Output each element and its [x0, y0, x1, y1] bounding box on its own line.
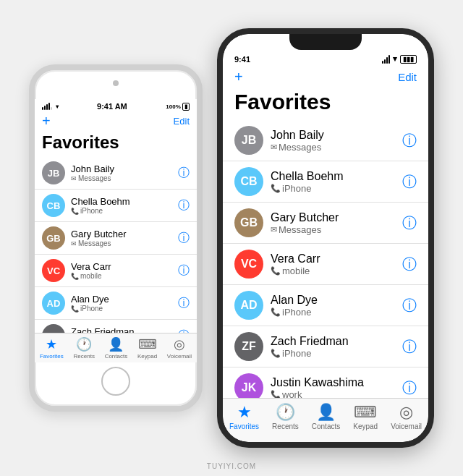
message-icon: ✉	[271, 143, 277, 152]
battery-icon-new: ▮▮▮	[400, 55, 417, 64]
contact-name: Justin Kawashima	[271, 376, 395, 389]
page-title-new: Favorites	[223, 87, 428, 120]
avatar: JB	[42, 161, 65, 184]
tab-label: Favorites	[229, 422, 259, 430]
tab-icon: ⌨	[354, 403, 377, 422]
avatar: GB	[42, 226, 65, 250]
contact-item[interactable]: AD Alan Dye 📞 iPhone ⓘ	[223, 285, 428, 326]
tab-icon: 👤	[108, 336, 124, 352]
contact-item[interactable]: JB John Baily ✉ Messages ⓘ	[223, 120, 428, 161]
contact-list-old: JB John Baily ✉ Messages ⓘ CB Chella Boe…	[35, 157, 197, 333]
app-header-old: + Edit	[35, 112, 197, 131]
info-icon[interactable]: ⓘ	[402, 255, 417, 274]
contact-item[interactable]: AD Alan Dye 📞 iPhone ⓘ	[35, 287, 197, 320]
info-icon[interactable]: ⓘ	[178, 166, 190, 181]
phone-icon: 📞	[271, 184, 281, 193]
avatar: GB	[234, 208, 263, 237]
contact-name: Vera Carr	[71, 261, 172, 272]
tab-icon: 🕐	[276, 403, 295, 422]
avatar: VC	[42, 259, 65, 282]
phone-icon: 📞	[71, 208, 79, 215]
contact-item[interactable]: GB Gary Butcher ✉ Messages ⓘ	[223, 203, 428, 244]
avatar: JB	[234, 126, 263, 155]
tab-label: Contacts	[312, 422, 340, 430]
tab-item-keypad[interactable]: ⌨ Keypad	[137, 336, 157, 360]
phone-icon: 📞	[71, 305, 79, 313]
avatar: AD	[42, 292, 65, 315]
tab-icon: ◎	[174, 336, 185, 352]
info-icon[interactable]: ⓘ	[402, 296, 417, 315]
contact-sub: 📞 mobile	[271, 265, 395, 276]
info-icon[interactable]: ⓘ	[402, 378, 417, 398]
contact-sub: 📞 iPhone	[271, 307, 395, 318]
contact-item[interactable]: GB Gary Butcher ✉ Messages ⓘ	[35, 222, 197, 255]
contact-info: John Baily ✉ Messages	[71, 163, 172, 182]
tab-label: Voicemail	[391, 422, 422, 430]
tab-item-recents[interactable]: 🕐 Recents	[272, 403, 299, 430]
contact-info: Chella Boehm 📞 iPhone	[271, 170, 395, 194]
info-icon[interactable]: ⓘ	[402, 213, 417, 233]
message-icon: ✉	[271, 225, 277, 234]
info-icon[interactable]: ⓘ	[402, 172, 417, 192]
phone-icon: 📞	[271, 266, 281, 276]
contact-sub: 📞 iPhone	[271, 348, 395, 359]
status-time-new: 9:41	[234, 55, 250, 64]
tab-label: Recents	[74, 353, 95, 360]
status-time-old: 9:41 AM	[97, 102, 127, 111]
contact-sub: ✉ Messages	[271, 142, 395, 153]
info-icon[interactable]: ⓘ	[402, 337, 417, 357]
phone-icon: 📞	[271, 307, 281, 317]
message-icon: ✉	[71, 240, 77, 247]
info-icon[interactable]: ⓘ	[178, 296, 190, 311]
contact-item[interactable]: JB John Baily ✉ Messages ⓘ	[35, 157, 197, 190]
tab-item-contacts[interactable]: 👤 Contacts	[312, 403, 340, 430]
contact-item[interactable]: VC Vera Carr 📞 mobile ⓘ	[35, 255, 197, 287]
message-icon: ✉	[71, 175, 77, 182]
contact-name: Chella Boehm	[271, 170, 395, 183]
signal-icon-new	[382, 55, 390, 64]
status-icons-new: ▾ ▮▮▮	[382, 54, 417, 64]
add-button-new[interactable]: +	[234, 69, 243, 84]
phone-icon: 📞	[271, 349, 281, 358]
edit-button-old[interactable]: Edit	[174, 116, 190, 127]
contact-item[interactable]: CB Chella Boehm 📞 iPhone ⓘ	[35, 190, 197, 222]
status-bar-old: ▾ 9:41 AM 100% ▮	[35, 99, 197, 112]
contact-item[interactable]: VC Vera Carr 📞 mobile ⓘ	[223, 244, 428, 285]
contact-item[interactable]: ZF Zach Friedman 📞 iPhone ⓘ	[223, 326, 428, 367]
contact-info: Gary Butcher ✉ Messages	[271, 211, 395, 235]
contact-name: Zach Friedman	[71, 326, 172, 333]
phones-container: ▾ 9:41 AM 100% ▮ + Edit Favorites JB Joh…	[14, 14, 449, 462]
info-icon[interactable]: ⓘ	[178, 263, 190, 279]
phone-screen-new: 9:41 ▾ ▮▮▮ + Edit Favorites	[223, 34, 428, 442]
contact-sub: 📞 iPhone	[271, 183, 395, 194]
contact-item[interactable]: CB Chella Boehm 📞 iPhone ⓘ	[223, 161, 428, 203]
tab-bar-new: ★ Favorites 🕐 Recents 👤 Contacts ⌨ Keypa…	[223, 398, 428, 442]
contact-info: Chella Boehm 📞 iPhone	[71, 196, 172, 215]
tab-item-favorites[interactable]: ★ Favorites	[229, 403, 259, 430]
avatar: CB	[42, 194, 65, 217]
tab-item-voicemail[interactable]: ◎ Voicemail	[167, 336, 192, 360]
avatar: CB	[234, 167, 263, 196]
contact-item[interactable]: JK Justin Kawashima 📞 work ⓘ	[223, 367, 428, 398]
contact-name: Chella Boehm	[71, 196, 172, 207]
info-icon[interactable]: ⓘ	[178, 198, 190, 213]
contact-item[interactable]: ZF Zach Friedman 📞 iPhone ⓘ	[35, 320, 197, 333]
info-icon[interactable]: ⓘ	[178, 231, 190, 246]
tab-label: Recents	[272, 422, 299, 430]
edit-button-new[interactable]: Edit	[398, 71, 417, 83]
avatar: VC	[234, 250, 263, 279]
contact-info: Alan Dye 📞 iPhone	[271, 294, 395, 318]
contact-name: John Baily	[71, 163, 172, 174]
tab-item-keypad[interactable]: ⌨ Keypad	[353, 403, 378, 430]
tab-item-voicemail[interactable]: ◎ Voicemail	[391, 403, 422, 430]
battery-old: 100% ▮	[166, 103, 190, 110]
tab-item-contacts[interactable]: 👤 Contacts	[105, 336, 128, 360]
app-header-new: + Edit	[223, 67, 428, 87]
tab-label: Keypad	[137, 353, 157, 360]
tab-item-favorites[interactable]: ★ Favorites	[40, 336, 64, 360]
info-icon[interactable]: ⓘ	[402, 131, 417, 150]
tab-label: Favorites	[40, 353, 64, 360]
tab-item-recents[interactable]: 🕐 Recents	[74, 336, 95, 360]
add-button-old[interactable]: +	[42, 114, 51, 128]
page-title-old: Favorites	[35, 131, 197, 157]
